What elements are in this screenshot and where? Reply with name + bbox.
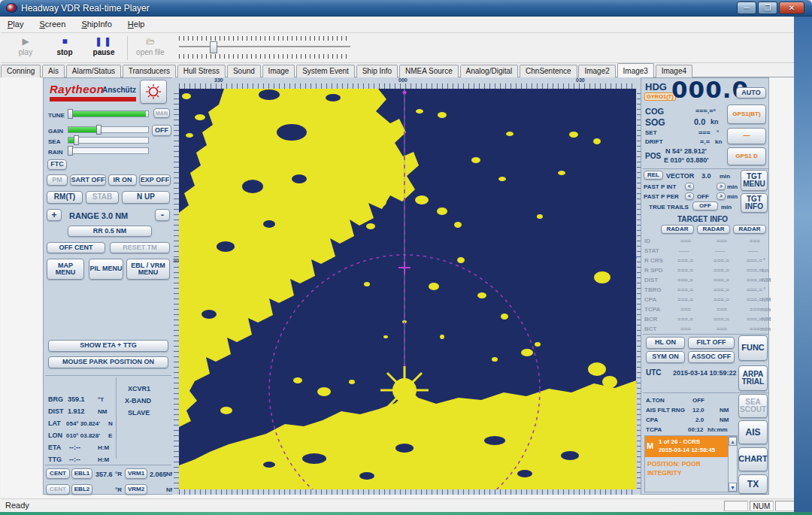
cent2-button[interactable]: CENT: [46, 484, 70, 495]
close-button[interactable]: ✕: [779, 2, 804, 14]
brilliance-button[interactable]: [140, 80, 167, 104]
rm-t-button[interactable]: RM(T): [47, 191, 83, 204]
auto-button[interactable]: AUTO: [736, 87, 766, 98]
map-menu-button[interactable]: MAP MENU: [47, 259, 84, 280]
sea-scout-button[interactable]: SEA SCOUT: [738, 394, 768, 418]
rain-thumb[interactable]: [68, 146, 73, 156]
ebl1-button[interactable]: EBL1: [71, 468, 92, 479]
vrm1-dist: 2.065: [150, 471, 167, 478]
func-button[interactable]: FUNC: [738, 335, 768, 361]
tab-transducers[interactable]: Transducers: [123, 65, 176, 77]
row-rcrs-v2: ===.=: [714, 257, 729, 264]
stab-button[interactable]: STAB: [86, 191, 119, 204]
gain-thumb[interactable]: [96, 125, 102, 135]
vrm2-button[interactable]: VRM2: [125, 484, 147, 495]
status-bar: Ready NUM: [1, 498, 811, 512]
maximize-button[interactable]: ❐: [758, 2, 777, 14]
tab-image3-selected[interactable]: Image3: [617, 63, 654, 77]
mouse-park-button[interactable]: MOUSE PARK POSITION ON: [48, 356, 168, 368]
range-rings-button[interactable]: RR 0.5 NM: [68, 226, 152, 237]
tab-conning[interactable]: Conning: [1, 65, 41, 77]
menu-play[interactable]: Play: [1, 17, 30, 29]
show-eta-ttg-button[interactable]: SHOW ETA + TTG: [48, 340, 168, 352]
tab-image[interactable]: Image: [262, 65, 295, 77]
radar-scope[interactable]: [179, 89, 636, 489]
radar3-button[interactable]: RADAR: [733, 225, 766, 234]
exp-off-button[interactable]: EXP OFF: [139, 174, 171, 186]
stop-button[interactable]: ■ stop: [46, 35, 83, 61]
tab-nmea-source[interactable]: NMEA Source: [399, 65, 459, 77]
ebl2-button[interactable]: EBL2: [71, 484, 92, 495]
ais-button[interactable]: AIS: [738, 420, 768, 444]
tab-system-event[interactable]: System Event: [296, 65, 355, 77]
play-button[interactable]: ▶ play: [7, 35, 44, 61]
menu-screen[interactable]: Screen: [32, 17, 72, 29]
row-tbrg-v2: ===.=: [714, 286, 729, 293]
north-up-button[interactable]: N UP: [122, 191, 170, 204]
minimize-button[interactable]: ─: [737, 2, 756, 14]
menu-shipinfo[interactable]: ShipInfo: [74, 17, 118, 29]
sym-on-button[interactable]: SYM ON: [646, 351, 685, 363]
radar2-button[interactable]: RADAR: [697, 225, 730, 234]
past-per-dec-button[interactable]: <: [685, 192, 694, 200]
tx-button[interactable]: TX: [738, 474, 768, 494]
range-minus-button[interactable]: -: [155, 209, 170, 221]
assoc-off-button[interactable]: ASSOC OFF: [688, 351, 735, 363]
gps1-d-button[interactable]: GPS1 D: [727, 147, 766, 165]
reset-tm-button[interactable]: RESET TM: [110, 242, 170, 253]
range-plus-button[interactable]: +: [47, 209, 62, 221]
drift-source-button[interactable]: —: [727, 128, 766, 144]
past-per-inc-button[interactable]: >: [717, 192, 726, 200]
radar1-button[interactable]: RADAR: [661, 225, 694, 234]
man-button[interactable]: MAN: [153, 108, 170, 118]
tab-ais[interactable]: Ais: [42, 65, 65, 77]
tune-thumb[interactable]: [68, 109, 73, 119]
tab-sound[interactable]: Sound: [227, 65, 261, 77]
scroll-down-icon[interactable]: ▼: [729, 483, 737, 492]
past-per-value: OFF: [697, 193, 709, 200]
timeline-slider-thumb[interactable]: [210, 41, 217, 53]
vrm1-button[interactable]: VRM1: [125, 468, 147, 479]
arpa-trial-button[interactable]: ARPA TRIAL: [738, 365, 768, 391]
tab-chnsentence[interactable]: ChnSentence: [520, 65, 577, 77]
rain-track[interactable]: [68, 147, 149, 154]
tab-analog-digital[interactable]: Analog/Digital: [460, 65, 519, 77]
pause-button[interactable]: ❚❚ pause: [85, 35, 123, 61]
tab-ship-info[interactable]: Ship Info: [356, 65, 398, 77]
ir-on-button[interactable]: IR ON: [108, 174, 137, 186]
alarm-scrollbar[interactable]: ▲ ▼: [728, 436, 738, 492]
menu-help[interactable]: Help: [121, 17, 152, 29]
ebl-vrm-menu-button[interactable]: EBL / VRM MENU: [126, 259, 170, 280]
alarm-entry[interactable]: M 1 of 26 - CCRS 2015-03-14 12:58:45: [645, 436, 728, 457]
off-cent-button[interactable]: OFF CENT: [47, 242, 105, 253]
open-file-button[interactable]: 🗁 open file: [132, 35, 169, 61]
gps1-bt-button[interactable]: GPS1(BT): [727, 105, 766, 124]
pm-button[interactable]: PM: [47, 174, 68, 186]
rain-label: RAIN: [48, 149, 63, 156]
tab-hull-stress[interactable]: Hull Stress: [177, 65, 226, 77]
divider: [643, 334, 768, 335]
chart-button[interactable]: CHART: [738, 447, 768, 471]
tab-image2[interactable]: Image2: [578, 65, 615, 77]
divider: [116, 377, 117, 459]
past-int-inc-button[interactable]: >: [717, 183, 726, 190]
pil-menu-button[interactable]: PIL MENU: [89, 259, 123, 280]
past-int-dec-button[interactable]: <: [685, 183, 694, 190]
sea-track[interactable]: [68, 137, 149, 144]
sea-off-button[interactable]: OFF: [152, 125, 171, 136]
tab-alarm-status[interactable]: Alarm/Status: [66, 65, 121, 77]
rel-button[interactable]: REL: [644, 171, 663, 180]
hl-on-button[interactable]: HL ON: [646, 337, 685, 349]
cent1-button[interactable]: CENT: [46, 468, 70, 479]
sart-off-button[interactable]: SART OFF: [70, 174, 106, 186]
filt-off-button[interactable]: FILT OFF: [688, 337, 735, 349]
tgt-info-button[interactable]: TGT INFO: [741, 193, 768, 213]
true-trails-button[interactable]: OFF: [692, 201, 718, 211]
scroll-up-icon[interactable]: ▲: [729, 437, 737, 446]
ftc-button[interactable]: FTC: [47, 159, 67, 170]
timeline-slider-track[interactable]: [179, 46, 350, 48]
sea-thumb[interactable]: [74, 135, 79, 145]
tgt-menu-button[interactable]: TGT MENU: [741, 170, 768, 191]
radar-ppi-area: 330 000 030 300 060 090: [172, 77, 641, 495]
ebl1-brg-unit: °R: [115, 471, 122, 477]
